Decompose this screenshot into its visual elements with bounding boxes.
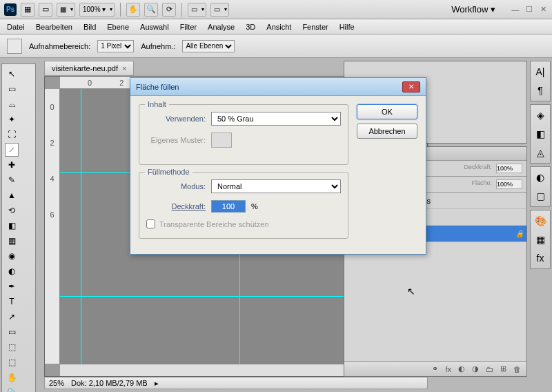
path-tool[interactable]: ↗ xyxy=(5,310,19,324)
lasso-tool[interactable]: ⌓ xyxy=(5,97,19,111)
layer-mask-icon[interactable]: ◐ xyxy=(458,364,465,373)
history-brush-tool[interactable]: ⟲ xyxy=(5,204,19,217)
zoom-tool-button[interactable]: 🔍 xyxy=(144,3,158,17)
maximize-icon[interactable]: ☐ xyxy=(524,5,534,14)
menu-bearbeiten[interactable]: Bearbeiten xyxy=(36,23,72,31)
tool-preset-picker[interactable] xyxy=(7,39,22,54)
screenmode-dropdown[interactable]: ▭ xyxy=(210,3,229,17)
type-tool[interactable]: T xyxy=(5,295,19,308)
gradient-tool[interactable]: ▦ xyxy=(5,234,19,248)
heal-tool[interactable]: ✚ xyxy=(5,158,19,172)
custom-pattern-label: Eigenes Muster: xyxy=(146,136,206,144)
paragraph-panel-icon[interactable]: ¶ xyxy=(532,82,549,99)
dialog-titlebar[interactable]: Fläche füllen ✕ xyxy=(130,78,426,96)
layers-panel-icon[interactable]: ◈ xyxy=(532,107,549,124)
new-layer-icon[interactable]: ⊞ xyxy=(500,364,506,373)
zoom-dropdown[interactable]: 100% ▾ xyxy=(79,3,115,17)
menu-3d[interactable]: 3D xyxy=(246,23,255,31)
menu-datei[interactable]: Datei xyxy=(7,23,25,31)
swatches-panel-icon[interactable]: ▦ xyxy=(532,231,549,248)
eraser-tool[interactable]: ◧ xyxy=(5,219,19,233)
arrange-dropdown[interactable]: ▭ xyxy=(188,3,206,17)
workspace-switcher[interactable]: Workflow ▾ xyxy=(446,4,501,14)
character-panel-icon[interactable]: A| xyxy=(532,63,549,80)
extras-dropdown[interactable]: ▦ xyxy=(57,3,75,17)
zoom-tool[interactable]: 🔍 xyxy=(5,386,19,392)
menu-filter[interactable]: Filter xyxy=(180,23,197,31)
shape-tool[interactable]: ▭ xyxy=(5,325,19,339)
sample-mode-label: Aufnehm.: xyxy=(141,42,175,50)
toolbox: ↖ ▭ ⌓ ✦ ⛶ ⟋ ✚ ✎ ▲ ⟲ ◧ ▦ ◉ ◐ ✒ T ↗ ▭ ⬚ ⬚ … xyxy=(1,63,36,392)
sample-size-label: Aufnahmebereich: xyxy=(29,42,90,50)
adjustment-layer-icon[interactable]: ◑ xyxy=(472,364,479,373)
layer-group-icon[interactable]: 🗀 xyxy=(486,365,493,373)
sample-mode-select[interactable]: Alle Ebenen xyxy=(182,40,235,52)
pen-tool[interactable]: ✒ xyxy=(5,280,19,293)
status-arrow-icon[interactable]: ▸ xyxy=(155,379,159,388)
wand-tool[interactable]: ✦ xyxy=(5,112,19,126)
color-panel-icon[interactable]: 🎨 xyxy=(532,213,549,229)
rotate-view-button[interactable]: ⟳ xyxy=(162,3,176,17)
document-tab-close-icon[interactable]: × xyxy=(122,64,126,72)
delete-layer-icon[interactable]: 🗑 xyxy=(513,365,521,373)
opacity-label: Deckkraft: xyxy=(146,202,206,210)
close-icon[interactable]: ✕ xyxy=(538,5,548,14)
options-bar: Aufnahmebereich: 1 Pixel Aufnehm.: Alle … xyxy=(0,35,552,58)
use-select[interactable]: 50 % Grau xyxy=(211,112,341,126)
menu-fenster[interactable]: Fenster xyxy=(302,23,328,31)
guide-vertical[interactable] xyxy=(81,89,81,364)
menu-hilfe[interactable]: Hilfe xyxy=(339,23,355,31)
preserve-transparency-label: Transparente Bereiche schützen xyxy=(159,220,269,228)
opacity-input[interactable] xyxy=(496,164,522,173)
mode-label: Modus: xyxy=(146,182,206,190)
styles-panel-icon[interactable]: fx xyxy=(532,250,549,266)
launch-bridge-button[interactable]: ▦ xyxy=(21,3,34,17)
move-tool[interactable]: ↖ xyxy=(5,67,19,81)
hand-tool-button[interactable]: ✋ xyxy=(126,3,140,17)
zoom-level[interactable]: 25% xyxy=(49,379,64,387)
dialog-close-button[interactable]: ✕ xyxy=(402,81,420,92)
brush-tool[interactable]: ✎ xyxy=(5,173,19,187)
marquee-tool[interactable]: ▭ xyxy=(5,82,19,96)
content-fieldset: Inhalt Verwenden: 50 % Grau Eigenes Must… xyxy=(139,104,348,165)
menu-auswahl[interactable]: Auswahl xyxy=(140,23,169,31)
3d-tool[interactable]: ⬚ xyxy=(5,340,19,354)
hand-tool[interactable]: ✋ xyxy=(5,371,19,384)
crop-tool[interactable]: ⛶ xyxy=(5,128,19,141)
title-bar: Ps ▦ ▭ ▦ 100% ▾ ✋ 🔍 ⟳ ▭ ▭ Workflow ▾ — ☐… xyxy=(0,0,552,19)
lock-icon[interactable]: 🔒 xyxy=(515,230,524,237)
menu-bild[interactable]: Bild xyxy=(83,23,96,31)
document-tab[interactable]: visitenkarte-neu.pdf × xyxy=(44,61,134,76)
doc-info[interactable]: Dok: 2,10 MB/2,79 MB xyxy=(71,379,148,387)
paths-panel-icon[interactable]: ◬ xyxy=(532,144,549,161)
fill-input[interactable] xyxy=(496,179,522,189)
adjustments-panel-icon[interactable]: ◐ xyxy=(532,169,549,186)
mini-bridge-button[interactable]: ▭ xyxy=(39,3,52,17)
menu-ansicht[interactable]: Ansicht xyxy=(266,23,291,31)
stamp-tool[interactable]: ▲ xyxy=(5,188,19,202)
preserve-transparency-checkbox[interactable] xyxy=(146,219,155,228)
mode-select[interactable]: Normal xyxy=(211,179,341,193)
dodge-tool[interactable]: ◐ xyxy=(5,264,19,278)
ruler-vertical[interactable]: 0246 xyxy=(45,89,60,364)
masks-panel-icon[interactable]: ▢ xyxy=(532,188,549,204)
opacity-unit: % xyxy=(251,202,258,210)
blur-tool[interactable]: ◉ xyxy=(5,249,19,263)
cancel-button[interactable]: Abbrechen xyxy=(357,124,417,139)
menu-analyse[interactable]: Analyse xyxy=(208,23,235,31)
3d-camera-tool[interactable]: ⬚ xyxy=(5,355,19,369)
layer-fx-icon[interactable]: fx xyxy=(445,365,451,373)
opacity-input[interactable] xyxy=(211,200,246,213)
ok-button[interactable]: OK xyxy=(357,104,417,119)
blending-fieldset: Füllmethode Modus: Normal Deckkraft: % T… xyxy=(139,172,348,239)
menu-ebene[interactable]: Ebene xyxy=(107,23,129,31)
link-layers-icon[interactable]: ⚭ xyxy=(432,364,438,373)
minimize-icon[interactable]: — xyxy=(511,5,520,14)
eyedropper-tool[interactable]: ⟋ xyxy=(5,143,19,157)
use-label: Verwenden: xyxy=(146,115,206,123)
custom-pattern-picker xyxy=(211,133,232,148)
channels-panel-icon[interactable]: ◧ xyxy=(532,126,549,142)
app-icon: Ps xyxy=(4,3,17,16)
sample-size-select[interactable]: 1 Pixel xyxy=(97,40,134,52)
right-icon-bar: A|¶ ◈◧◬ ◐▢ 🎨▦fx xyxy=(530,61,551,389)
